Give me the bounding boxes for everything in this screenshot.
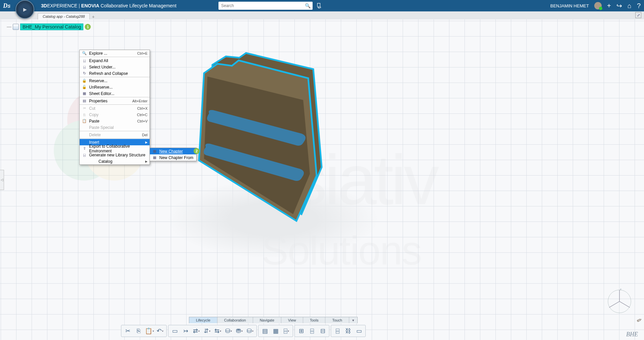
tag-icon[interactable]: 🏷 [316, 3, 323, 9]
add-icon[interactable]: + [607, 2, 611, 10]
toolbar-group-3: ⊞⌸⊟ [294, 325, 329, 337]
catalog-node-label: BHE_My Personnal Catalog [23, 24, 81, 30]
menu-item-icon: ⎘ [82, 112, 87, 117]
submenu-item-icon: ▦ [152, 155, 157, 160]
search-input[interactable] [218, 2, 313, 10]
orientation-gizmo[interactable]: z [604, 286, 635, 317]
menu-item-properties[interactable]: ▤PropertiesAlt+Enter [80, 98, 150, 104]
folder-3d-object[interactable] [189, 46, 333, 228]
bottom-tab-strip: LifecycleCollaborationNavigateViewToolsT… [189, 317, 358, 323]
toolbar-button[interactable]: ▤ [260, 326, 270, 336]
menu-item-select-under[interactable]: ⌸Select Under... [80, 64, 150, 70]
menu-item-icon: ⇪ [82, 146, 87, 151]
insert-submenu: ▦New Chapter2▦New Chapter From [150, 148, 197, 161]
home-icon[interactable]: ⌂ [628, 2, 632, 10]
menu-item-expand-all[interactable]: ⌸Expand All [80, 57, 150, 64]
toolbar-button[interactable]: ⛓ [343, 326, 353, 336]
toolbar-button[interactable]: ⇆ [213, 326, 223, 336]
avatar[interactable] [594, 2, 602, 9]
menu-item-sheet-editor[interactable]: ▦Sheet Editor... [80, 90, 150, 97]
left-flyout-handle[interactable]: ◁ [0, 170, 4, 190]
ds-logo: DS [0, 2, 13, 9]
toolbar-button[interactable]: ⊞ [296, 326, 306, 336]
toolbar-button[interactable]: ⛃ [234, 326, 244, 336]
submenu-item-new-chapter[interactable]: ▦New Chapter2 [150, 148, 196, 154]
toolbar-button[interactable]: ▭ [170, 326, 180, 336]
toolbar-button[interactable]: ⛁ [245, 326, 255, 336]
toolbar-button[interactable]: ↶ [155, 326, 165, 336]
menu-item-icon [82, 132, 87, 138]
toolbar-button[interactable]: ⇄ [191, 326, 201, 336]
menu-item-refresh-and-collapse[interactable]: ↻Refresh and Collapse [80, 70, 150, 77]
toolbar-button[interactable]: ⌸ [332, 326, 343, 336]
toolbar-button[interactable]: ⇵ [202, 326, 212, 336]
toolbar-button[interactable]: ▦ [271, 326, 281, 336]
app-title: 3DEXPERIENCE | ENOVIA Collaborative Life… [41, 3, 176, 8]
new-tab-button[interactable]: + [92, 14, 94, 19]
menu-item-paste[interactable]: 📋PasteCtrl+V [80, 118, 150, 124]
menu-item-label: Generate new Library Structure [89, 153, 148, 157]
bottom-tab-lifecycle[interactable]: Lifecycle [189, 317, 217, 323]
menu-separator [80, 131, 150, 131]
main-viewport[interactable]: visiativ Solutions ◁ BHE_My Personnal Ca… [0, 19, 644, 340]
menu-item-paste-special: Paste Special [80, 124, 150, 131]
document-tab-bar: Catalog app - Catalog288 + ⤢ [0, 11, 644, 19]
search-icon[interactable]: 🔍 [305, 3, 311, 8]
toolbar-button[interactable]: ⛁ [224, 326, 234, 336]
toolbar-button[interactable]: ⎘ [133, 326, 144, 336]
bottom-tab-touch[interactable]: Touch [325, 317, 349, 323]
menu-item-icon: ▦ [82, 91, 87, 96]
document-tab[interactable]: Catalog app - Catalog288 [38, 13, 90, 19]
menu-item-label: Delete [89, 133, 140, 137]
toolbar-group-0: ✂⎘📋↶ [121, 325, 167, 337]
bottom-tab-navigate[interactable]: Navigate [253, 317, 281, 323]
bottom-tabs-dropdown[interactable]: ▾ [349, 317, 357, 323]
menu-item-icon: ▤ [82, 98, 87, 104]
toolbar-button[interactable]: ⌸ [307, 326, 317, 336]
menu-item-shortcut: Alt+Enter [132, 99, 148, 103]
menu-item-label: Select Under... [89, 65, 148, 69]
menu-item-explore[interactable]: 🔍Explore ...Ctrl+E [80, 50, 150, 56]
menu-item-label: Cut [89, 106, 135, 111]
toolbar-button[interactable]: ✂ [123, 326, 133, 336]
menu-item-copy: ⎘CopyCtrl+C [80, 111, 150, 118]
menu-item-label: Expand All [89, 58, 148, 63]
menu-item-icon: ⌸ [82, 152, 87, 158]
menu-item-catalog[interactable]: Catalog▶ [80, 158, 150, 164]
menu-item-icon: 📋 [82, 118, 87, 124]
menu-item-label: Reserve... [89, 79, 148, 83]
submenu-arrow-icon: ▶ [145, 141, 148, 144]
assistant-icon[interactable]: ✏ [636, 316, 643, 325]
menu-item-icon: ⌸ [82, 64, 87, 70]
toolbar-group-1: ▭↣⇄⇵⇆⛁⛃⛁ [168, 325, 257, 337]
share-icon[interactable]: ↪ [616, 2, 622, 10]
toolbar-button[interactable]: ⊟ [318, 326, 328, 336]
document-tab-label: Catalog app - Catalog288 [43, 14, 85, 18]
menu-item-icon: ✂ [82, 106, 87, 111]
search-field-wrap: 🔍 [218, 2, 313, 10]
catalog-icon [13, 24, 19, 30]
toolbar-button[interactable]: ▭ [354, 326, 364, 336]
step-badge-2: 2 [194, 148, 200, 154]
menu-item-label: Export to Collaborative Environment [89, 144, 148, 153]
menu-item-delete: DeleteDel [80, 132, 150, 138]
menu-item-generate-new-library-structure[interactable]: ⌸Generate new Library Structure [80, 152, 150, 158]
menu-item-export-to-collaborative-environment[interactable]: ⇪Export to Collaborative Environment [80, 145, 150, 152]
bottom-tab-tools[interactable]: Tools [303, 317, 326, 323]
help-icon[interactable]: ? [637, 2, 641, 10]
menu-item-unreserve[interactable]: 🔓UnReserve... [80, 84, 150, 90]
catalog-node-selected[interactable]: BHE_My Personnal Catalog [20, 23, 83, 30]
bottom-tab-collaboration[interactable]: Collaboration [217, 317, 253, 323]
menu-item-shortcut: Ctrl+X [137, 106, 148, 110]
toolbar-button[interactable]: ↣ [180, 326, 191, 336]
expand-window-button[interactable]: ⤢ [635, 12, 641, 18]
menu-item-icon: ⌸ [82, 58, 87, 63]
menu-item-reserve[interactable]: 🔒Reserve... [80, 78, 150, 84]
toolbar-button[interactable]: ⌸ [281, 326, 291, 336]
toolbar-button[interactable]: 📋 [144, 326, 154, 336]
submenu-item-new-chapter-from[interactable]: ▦New Chapter From [150, 154, 196, 161]
footer-signature: BHE [626, 331, 638, 338]
compass-button[interactable] [15, 0, 34, 19]
bottom-tab-view[interactable]: View [281, 317, 303, 323]
menu-item-label: UnReserve... [89, 85, 148, 90]
